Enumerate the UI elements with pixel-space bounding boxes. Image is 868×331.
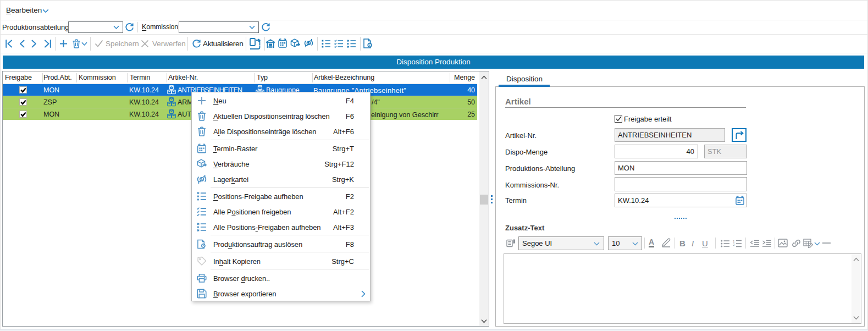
svg-text:1: 1 <box>733 240 735 243</box>
svg-text:2: 2 <box>733 243 735 246</box>
